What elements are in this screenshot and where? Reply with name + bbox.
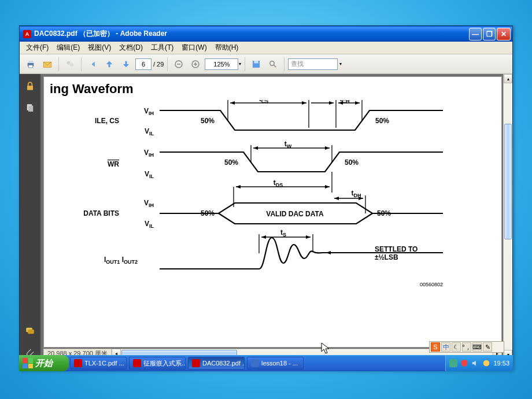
svg-marker-75	[326, 251, 331, 254]
search-button[interactable]	[265, 57, 280, 72]
print-button[interactable]	[23, 57, 38, 72]
svg-marker-35	[355, 101, 360, 105]
vscroll-thumb[interactable]	[504, 124, 512, 239]
svg-marker-48	[325, 146, 330, 150]
titlebar[interactable]: A DAC0832.pdf （已加密） - Adobe Reader — ❐ ✕	[20, 26, 512, 42]
page-count: / 29	[153, 61, 164, 68]
svg-text:SETTLED TO: SETTLED TO	[375, 245, 418, 253]
prev-page-button[interactable]	[102, 57, 117, 72]
close-button[interactable]: ✕	[497, 28, 511, 40]
svg-text:50%: 50%	[375, 117, 389, 125]
svg-rect-2	[28, 65, 33, 68]
menu-edit[interactable]: 编辑(E)	[53, 42, 84, 54]
tray-volume-icon[interactable]	[471, 359, 479, 367]
svg-point-5	[70, 62, 73, 66]
svg-marker-64	[334, 197, 339, 200]
ime-softkb-icon[interactable]: ⌨	[472, 342, 482, 352]
svg-text:DATA BITS: DATA BITS	[83, 209, 119, 217]
svg-rect-17	[28, 106, 33, 112]
svg-text:50%: 50%	[201, 209, 215, 217]
menu-bar: 文件(F) 编辑(E) 视图(V) 文档(D) 工具(T) 窗口(W) 帮助(H…	[20, 42, 512, 54]
svg-text:50%: 50%	[201, 117, 215, 125]
work-area: ing Waveform .trace{fill:none;stroke:#00…	[20, 74, 512, 359]
task-item-3[interactable]: lesson18 - ...	[247, 357, 304, 370]
pdf-page[interactable]: ing Waveform .trace{fill:none;stroke:#00…	[43, 76, 502, 348]
svg-marker-53	[236, 185, 241, 189]
svg-text:50%: 50%	[377, 209, 391, 217]
separator	[167, 57, 168, 71]
vscroll-up-button[interactable]: ▴	[504, 74, 512, 83]
svg-rect-15	[27, 86, 33, 90]
task-item-2[interactable]: DAC0832.pdf ...	[188, 357, 245, 370]
svg-text:VIL: VIL	[145, 220, 154, 229]
svg-text:VIL: VIL	[145, 127, 154, 136]
svg-rect-1	[28, 61, 33, 63]
tray-shield-icon[interactable]	[460, 359, 468, 367]
lock-icon[interactable]	[24, 80, 36, 93]
svg-text:tS: tS	[280, 228, 286, 238]
maximize-button[interactable]: ❐	[483, 28, 496, 40]
menu-window[interactable]: 窗口(W)	[178, 42, 210, 54]
vscroll-track[interactable]	[504, 83, 512, 350]
svg-text:IOUT1 IOUT2: IOUT1 IOUT2	[104, 256, 138, 265]
tray-clock[interactable]: 19:53	[493, 360, 509, 367]
system-tray[interactable]: 19:53	[445, 355, 513, 371]
start-button[interactable]: 开始	[19, 355, 69, 371]
zoom-in-button[interactable]	[188, 57, 203, 72]
page-heading: ing Waveform	[50, 82, 496, 97]
page-number-input[interactable]	[135, 58, 152, 70]
ime-punct-button[interactable]: °，	[462, 342, 471, 352]
pages-panel-button[interactable]	[24, 102, 36, 114]
menu-help[interactable]: 帮助(H)	[211, 42, 243, 54]
tray-generic-icon[interactable]	[482, 359, 490, 367]
menu-view[interactable]: 视图(V)	[84, 42, 115, 54]
menu-document[interactable]: 文档(D)	[115, 42, 147, 54]
svg-marker-47	[253, 146, 258, 150]
svg-marker-30	[230, 101, 235, 105]
svg-text:VIH: VIH	[144, 199, 154, 208]
svg-marker-37	[329, 101, 334, 105]
ime-moon-icon[interactable]: ☾	[452, 342, 461, 352]
zoom-out-button[interactable]	[171, 57, 186, 72]
svg-marker-72	[306, 235, 311, 239]
svg-text:VIH: VIH	[144, 149, 154, 158]
first-page-button[interactable]	[85, 57, 100, 72]
save-button[interactable]	[249, 57, 264, 72]
svg-text:tW: tW	[285, 140, 292, 149]
tray-network-icon[interactable]	[449, 359, 457, 367]
find-input[interactable]	[288, 58, 338, 70]
sidebar	[20, 74, 40, 359]
taskbar: 开始 TLX-1C.pdf ... 征服嵌入式系... DAC0832.pdf …	[19, 355, 513, 371]
zoom-level-select[interactable]	[205, 58, 238, 70]
svg-rect-79	[449, 359, 457, 367]
menu-tools[interactable]: 工具(T)	[147, 42, 178, 54]
pdf-icon: A	[23, 30, 31, 38]
ime-settings-icon[interactable]: ✎	[483, 342, 492, 352]
svg-text:ILE, CS: ILE, CS	[95, 117, 119, 125]
svg-text:WR: WR	[108, 160, 119, 168]
ime-toolbar[interactable]: S 中 ☾ °， ⌨ ✎	[429, 341, 504, 353]
svg-text:tDH: tDH	[352, 189, 361, 198]
task-item-0[interactable]: TLX-1C.pdf ...	[70, 357, 127, 370]
ime-lang-button[interactable]: 中	[441, 342, 450, 352]
menu-file[interactable]: 文件(F)	[22, 42, 53, 54]
comments-panel-button[interactable]	[24, 324, 36, 337]
svg-text:VIH: VIH	[144, 107, 154, 116]
windows-logo-icon	[23, 358, 33, 368]
email-button[interactable]	[40, 57, 55, 72]
svg-marker-71	[261, 235, 266, 239]
svg-point-4	[67, 61, 71, 64]
toolbar: / 29 ▾ ▾	[20, 54, 512, 74]
task-item-1[interactable]: 征服嵌入式系...	[129, 357, 186, 370]
collab-button[interactable]	[62, 57, 77, 72]
svg-text:VIL: VIL	[145, 170, 154, 179]
svg-text:±½LSB: ±½LSB	[375, 253, 398, 261]
next-page-button[interactable]	[119, 57, 134, 72]
svg-rect-12	[254, 61, 259, 64]
ime-sogou-icon[interactable]: S	[431, 342, 440, 352]
minimize-button[interactable]: —	[469, 28, 482, 40]
separator	[245, 57, 245, 71]
svg-text:VALID DAC DATA: VALID DAC DATA	[266, 210, 324, 218]
svg-text:tCS: tCS	[259, 100, 269, 104]
start-label: 开始	[35, 358, 53, 369]
